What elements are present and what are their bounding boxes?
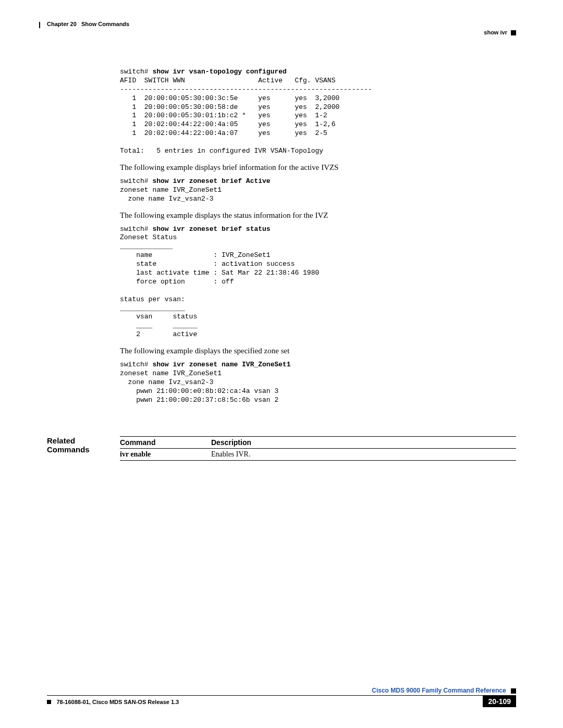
chapter-title: Show Commands — [81, 21, 129, 27]
section-label-row: show ivr — [47, 29, 516, 35]
table-header-command: Command — [120, 438, 211, 447]
code-line: 1 20:00:00:05:30:00:3c:5e yes yes 3,2000 — [120, 94, 339, 102]
code-line: name : IVR_ZoneSet1 — [120, 251, 271, 259]
code-line: Total: 5 entries in configured IVR VSAN-… — [120, 147, 323, 155]
command-text: show ivr zoneset name IVR_ZoneSet1 — [152, 361, 290, 368]
code-line: _____________ — [120, 242, 173, 250]
code-line: vsan status — [120, 313, 197, 320]
footer-row: 78-16088-01, Cisco MDS SAN-OS Release 1.… — [47, 696, 516, 707]
code-line: state : activation success — [120, 260, 295, 268]
code-line: AFID SWITCH WWN Active Cfg. VSANS — [120, 77, 335, 84]
code-line: zoneset name IVR_ZoneSet1 — [120, 369, 222, 377]
code-line: status per vsan: — [120, 295, 185, 303]
command-text: show ivr vsan-topology configured — [152, 68, 286, 76]
reference-text: Cisco MDS 9000 Family Command Reference — [372, 687, 506, 694]
chapter-line: Chapter 20 Show Commands — [47, 21, 516, 27]
table-header-description: Description — [211, 438, 516, 447]
footer-release: 78-16088-01, Cisco MDS SAN-OS Release 1.… — [47, 697, 179, 706]
command-text: show ivr zoneset brief Active — [152, 177, 270, 185]
command-name: ivr enable — [120, 450, 211, 459]
code-block-3: switch# show ivr zoneset brief status Zo… — [120, 225, 516, 340]
code-line: 1 20:02:00:44:22:00:4a:07 yes yes 2-5 — [120, 129, 327, 137]
section-title: show ivr — [484, 29, 507, 35]
code-line: 1 20:00:00:05:30:01:1b:c2 * yes yes 1-2 — [120, 112, 327, 119]
code-block-1: switch# show ivr vsan-topology configure… — [120, 68, 516, 156]
page-footer: Cisco MDS 9000 Family Command Reference … — [47, 685, 516, 707]
paragraph: The following example displays the speci… — [120, 347, 516, 355]
code-block-4: switch# show ivr zoneset name IVR_ZoneSe… — [120, 361, 516, 404]
code-line: pwwn 21:00:00:20:37:c8:5c:6b vsan 2 — [120, 396, 278, 404]
footer-reference: Cisco MDS 9000 Family Command Reference — [47, 687, 516, 694]
code-line: ____ ______ — [120, 322, 197, 329]
command-description: Enables IVR. — [211, 450, 516, 459]
code-line: 1 20:02:00:44:22:00:4a:05 yes yes 1-2,6 — [120, 120, 335, 128]
related-commands-table: Command Description ivr enable Enables I… — [120, 436, 516, 461]
prompt: switch# — [120, 361, 152, 368]
prompt: switch# — [120, 177, 152, 185]
code-line: zone name Ivz_vsan2-3 — [120, 195, 213, 203]
square-marker-icon — [47, 700, 51, 704]
table-header-row: Command Description — [120, 436, 516, 449]
page-header: Chapter 20 Show Commands show ivr — [47, 21, 516, 36]
main-content: switch# show ivr vsan-topology configure… — [120, 68, 516, 405]
square-marker-icon — [511, 30, 516, 35]
change-bar-icon — [39, 22, 40, 28]
code-line: force option : off — [120, 278, 234, 286]
related-commands-label: Related Commands — [47, 436, 120, 454]
square-marker-icon — [511, 688, 516, 694]
code-line: 1 20:00:00:05:30:00:58:de yes yes 2,2000 — [120, 103, 339, 111]
code-line: ----------------------------------------… — [120, 85, 372, 93]
code-line: Zoneset Status — [120, 233, 177, 241]
code-line: 2 active — [120, 330, 197, 338]
related-commands-section: Related Commands Command Description ivr… — [47, 436, 516, 461]
code-line: zoneset name IVR_ZoneSet1 — [120, 186, 222, 194]
prompt: switch# — [120, 225, 152, 233]
paragraph: The following example displays the statu… — [120, 211, 516, 220]
prompt: switch# — [120, 68, 152, 76]
page-number: 20-109 — [483, 696, 516, 707]
code-line: ________________ — [120, 304, 185, 312]
code-line: last activate time : Sat Mar 22 21:38:46… — [120, 269, 319, 277]
code-line: zone name Ivz_vsan2-3 — [120, 378, 213, 386]
release-text: 78-16088-01, Cisco MDS SAN-OS Release 1.… — [56, 699, 179, 705]
table-row: ivr enable Enables IVR. — [120, 449, 516, 461]
paragraph: The following example displays brief inf… — [120, 163, 516, 172]
command-text: show ivr zoneset brief status — [152, 225, 270, 233]
code-line: pwwn 21:00:00:e0:8b:02:ca:4a vsan 3 — [120, 387, 278, 395]
code-block-2: switch# show ivr zoneset brief Active zo… — [120, 177, 516, 204]
chapter-number: Chapter 20 — [47, 21, 77, 27]
